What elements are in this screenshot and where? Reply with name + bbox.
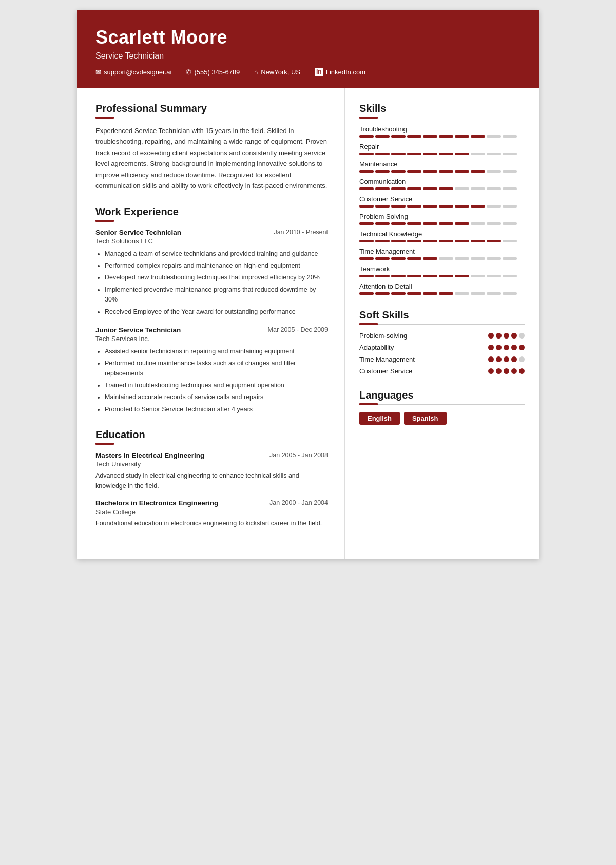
edu-2-school: State College — [95, 508, 328, 516]
job-2-bullets: Assisted senior technicians in repairing… — [95, 347, 328, 415]
skill-segment — [471, 135, 485, 138]
skill-segment — [439, 240, 453, 242]
email-text: support@cvdesigner.ai — [104, 68, 171, 76]
skill-dot — [519, 368, 525, 374]
resume-container: Scarlett Moore Service Technician ✉ supp… — [77, 10, 539, 559]
edu-2-desc: Foundational education in electronics en… — [95, 519, 328, 529]
skill-segment — [439, 170, 453, 173]
skill-segment — [503, 170, 517, 173]
skill-item: Troubleshooting — [359, 125, 525, 138]
skill-segment — [503, 187, 517, 190]
skill-segment — [455, 222, 469, 225]
skill-dot — [511, 356, 517, 362]
edu-2: Bachelors in Electronics Engineering Jan… — [95, 499, 328, 529]
experience-section: Work Experience Senior Service Technicia… — [95, 206, 328, 415]
skill-name: Troubleshooting — [359, 125, 525, 133]
skill-segment — [439, 153, 453, 155]
skill-segment — [391, 170, 406, 173]
skill-segment — [487, 170, 501, 173]
experience-divider — [95, 221, 328, 221]
skill-segment — [439, 205, 453, 208]
skill-segment — [487, 153, 501, 155]
skill-segment — [375, 240, 390, 242]
skill-dot — [496, 345, 502, 350]
list-item: Received Employee of the Year award for … — [105, 307, 328, 317]
soft-skills-divider — [359, 324, 525, 325]
list-item: Promoted to Senior Service Technician af… — [105, 405, 328, 415]
skill-segment — [487, 205, 501, 208]
job-1-date: Jan 2010 - Present — [274, 229, 328, 236]
skill-segment — [455, 187, 469, 190]
edu-2-header: Bachelors in Electronics Engineering Jan… — [95, 499, 328, 507]
skill-item: Teamwork — [359, 265, 525, 277]
skill-segment — [503, 257, 517, 260]
skill-segment — [487, 222, 501, 225]
skill-dot — [488, 356, 494, 362]
skill-item: Technical Knowledge — [359, 230, 525, 242]
skill-segment — [471, 275, 485, 277]
job-2: Junior Service Technician Mar 2005 - Dec… — [95, 326, 328, 415]
skill-segment — [391, 257, 406, 260]
skill-dot — [488, 368, 494, 374]
job-1-company: Tech Solutions LLC — [95, 237, 328, 245]
skill-dot — [511, 345, 517, 350]
skill-dot — [511, 333, 517, 339]
skill-segment — [407, 170, 421, 173]
skill-segment — [375, 135, 390, 138]
job-2-company: Tech Services Inc. — [95, 335, 328, 343]
skill-dots — [488, 345, 525, 350]
linkedin-text: LinkedIn.com — [326, 68, 365, 76]
skill-segment — [391, 205, 406, 208]
skill-segment — [375, 205, 390, 208]
soft-skill-name: Time Management — [359, 355, 482, 363]
skill-segment — [423, 257, 437, 260]
skill-segment — [391, 292, 406, 295]
edu-1-desc: Advanced study in electrical engineering… — [95, 471, 328, 491]
skill-segment — [439, 222, 453, 225]
location-icon: ⌂ — [254, 68, 258, 76]
skill-segment — [471, 222, 485, 225]
skill-segment — [407, 275, 421, 277]
skill-segment — [407, 153, 421, 155]
lang-spanish: Spanish — [404, 412, 447, 425]
candidate-title: Service Technician — [95, 51, 521, 61]
skill-segment — [407, 135, 421, 138]
skill-segment — [487, 292, 501, 295]
skill-dot — [504, 368, 509, 374]
edu-1-header: Masters in Electrical Engineering Jan 20… — [95, 452, 328, 459]
edu-1: Masters in Electrical Engineering Jan 20… — [95, 452, 328, 491]
skill-dot — [488, 345, 494, 350]
contact-bar: ✉ support@cvdesigner.ai ✆ (555) 345-6789… — [95, 68, 521, 76]
email-icon: ✉ — [95, 68, 101, 76]
edu-2-date: Jan 2000 - Jan 2004 — [270, 499, 328, 506]
skill-dot — [504, 333, 509, 339]
skill-bar — [359, 257, 525, 260]
skill-item: Problem Solving — [359, 213, 525, 225]
skill-segment — [423, 135, 437, 138]
list-item: Performed complex repairs and maintenanc… — [105, 261, 328, 271]
skill-dot — [504, 356, 509, 362]
skill-dot — [511, 368, 517, 374]
skill-segment — [391, 153, 406, 155]
candidate-name: Scarlett Moore — [95, 27, 521, 48]
skill-dots — [488, 333, 525, 339]
edu-2-degree: Bachelors in Electronics Engineering — [95, 499, 218, 507]
skill-segment — [487, 275, 501, 277]
skill-segment — [471, 292, 485, 295]
skill-segment — [487, 187, 501, 190]
skill-name: Repair — [359, 143, 525, 151]
languages-divider — [359, 404, 525, 405]
skill-name: Technical Knowledge — [359, 230, 525, 238]
skill-segment — [375, 292, 390, 295]
soft-skills-title: Soft Skills — [359, 309, 525, 321]
skill-dots — [488, 356, 525, 362]
skill-segment — [391, 222, 406, 225]
skill-bar — [359, 187, 525, 190]
skill-item: Maintenance — [359, 160, 525, 173]
skill-segment — [407, 240, 421, 242]
soft-skills-list: Problem-solvingAdaptabilityTime Manageme… — [359, 332, 525, 375]
skill-segment — [375, 153, 390, 155]
skill-dot — [504, 345, 509, 350]
language-tags: English Spanish — [359, 412, 525, 425]
lang-english: English — [359, 412, 400, 425]
